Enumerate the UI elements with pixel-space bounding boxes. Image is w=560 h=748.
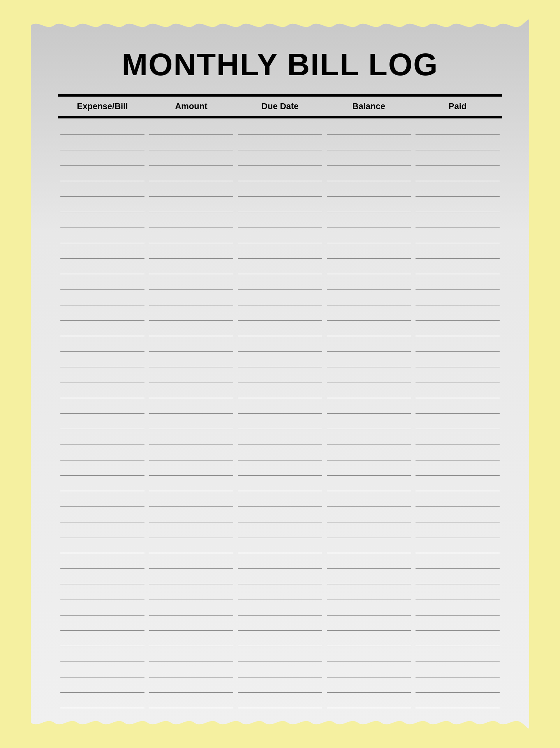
table-cell[interactable] [149,297,233,305]
table-cell[interactable] [238,591,322,600]
table-cell[interactable] [149,514,233,522]
table-cell[interactable] [60,126,144,135]
table-cell[interactable] [238,343,322,352]
table-cell[interactable] [238,514,322,522]
table-cell[interactable] [238,576,322,584]
table-cell[interactable] [416,700,500,708]
table-cell[interactable] [60,142,144,150]
table-row[interactable] [58,616,502,632]
table-cell[interactable] [327,235,411,243]
table-cell[interactable] [60,452,144,460]
table-cell[interactable] [416,173,500,181]
table-cell[interactable] [149,343,233,352]
table-cell[interactable] [60,622,144,631]
table-cell[interactable] [149,669,233,677]
table-row[interactable] [58,275,502,291]
table-cell[interactable] [60,266,144,274]
table-cell[interactable] [416,281,500,290]
table-cell[interactable] [238,266,322,274]
table-cell[interactable] [149,281,233,290]
table-cell[interactable] [327,250,411,259]
table-cell[interactable] [238,653,322,662]
table-cell[interactable] [149,359,233,367]
table-cell[interactable] [238,638,322,646]
table-cell[interactable] [238,219,322,228]
table-cell[interactable] [327,359,411,367]
table-cell[interactable] [416,142,500,150]
table-row[interactable] [58,678,502,694]
table-cell[interactable] [60,638,144,646]
table-cell[interactable] [416,219,500,228]
table-cell[interactable] [60,591,144,600]
table-row[interactable] [58,244,502,259]
table-cell[interactable] [416,514,500,522]
table-cell[interactable] [238,405,322,414]
table-cell[interactable] [416,529,500,538]
table-row[interactable] [58,151,502,167]
table-cell[interactable] [60,328,144,336]
table-cell[interactable] [149,374,233,383]
table-cell[interactable] [60,204,144,212]
table-cell[interactable] [149,126,233,135]
table-cell[interactable] [416,188,500,197]
table-cell[interactable] [327,312,411,321]
table-cell[interactable] [327,483,411,491]
table-cell[interactable] [416,312,500,321]
table-cell[interactable] [327,622,411,631]
table-cell[interactable] [60,281,144,290]
table-cell[interactable] [327,297,411,305]
table-cell[interactable] [60,312,144,321]
table-cell[interactable] [416,374,500,383]
table-cell[interactable] [238,281,322,290]
table-cell[interactable] [327,700,411,708]
table-row[interactable] [58,632,502,647]
table-cell[interactable] [60,235,144,243]
table-cell[interactable] [416,638,500,646]
table-row[interactable] [58,384,502,399]
table-cell[interactable] [238,483,322,491]
table-row[interactable] [58,415,502,430]
table-cell[interactable] [327,126,411,135]
table-cell[interactable] [149,452,233,460]
table-cell[interactable] [149,204,233,212]
table-cell[interactable] [416,250,500,259]
table-cell[interactable] [327,219,411,228]
table-cell[interactable] [149,684,233,693]
table-cell[interactable] [327,653,411,662]
table-cell[interactable] [60,498,144,507]
table-cell[interactable] [60,157,144,166]
table-cell[interactable] [238,452,322,460]
table-cell[interactable] [238,700,322,708]
table-cell[interactable] [149,560,233,569]
table-cell[interactable] [416,560,500,569]
table-cell[interactable] [238,142,322,150]
table-cell[interactable] [149,607,233,616]
table-cell[interactable] [60,467,144,476]
table-row[interactable] [58,601,502,616]
table-cell[interactable] [149,622,233,631]
table-row[interactable] [58,229,502,244]
table-row[interactable] [58,492,502,508]
table-cell[interactable] [327,607,411,616]
table-row[interactable] [58,446,502,461]
table-cell[interactable] [149,498,233,507]
table-cell[interactable] [238,607,322,616]
table-cell[interactable] [416,498,500,507]
table-cell[interactable] [60,173,144,181]
table-cell[interactable] [238,250,322,259]
table-row[interactable] [58,663,502,678]
table-cell[interactable] [60,545,144,553]
table-cell[interactable] [149,545,233,553]
table-cell[interactable] [327,452,411,460]
table-cell[interactable] [327,638,411,646]
table-row[interactable] [58,291,502,306]
table-row[interactable] [58,461,502,477]
table-cell[interactable] [60,390,144,398]
table-cell[interactable] [60,560,144,569]
table-cell[interactable] [416,359,500,367]
table-row[interactable] [58,539,502,554]
table-cell[interactable] [416,669,500,677]
table-row[interactable] [58,166,502,182]
table-row[interactable] [58,693,502,709]
table-cell[interactable] [238,560,322,569]
